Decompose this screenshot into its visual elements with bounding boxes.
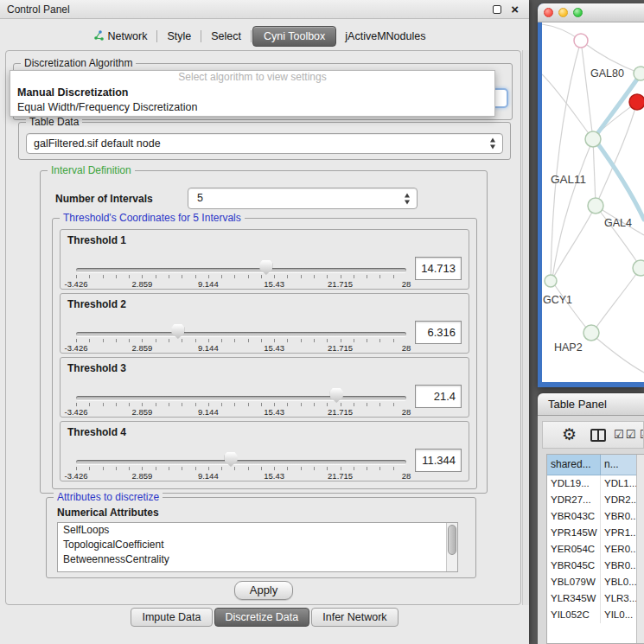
algorithm-group-label: Discretization Algorithm bbox=[21, 57, 136, 69]
control-panel: Control Panel × Network Style Select Cyn… bbox=[0, 0, 529, 644]
table-row[interactable]: YDR27...YDR2... bbox=[547, 492, 644, 508]
algorithm-hint: Select algorithm to view settings bbox=[10, 71, 494, 85]
algorithm-option-equal-width[interactable]: Equal Width/Frequency Discretization bbox=[10, 99, 494, 114]
threshold-3-value-field[interactable]: 21.4 bbox=[415, 385, 462, 408]
network-tab-icon bbox=[93, 30, 104, 43]
slider-track[interactable] bbox=[76, 460, 406, 464]
list-item[interactable]: BetweennessCentrality bbox=[58, 552, 457, 567]
slider-thumb[interactable] bbox=[259, 260, 272, 275]
node-label: GAL4 bbox=[604, 217, 632, 229]
table-row[interactable]: YPR145WYPR1... bbox=[547, 525, 644, 541]
select-columns-checkbox-icons[interactable]: ☑☑ bbox=[614, 428, 637, 441]
show-columns-icon[interactable] bbox=[590, 429, 606, 442]
threshold-2-value-field[interactable]: 6.316 bbox=[415, 321, 462, 344]
minimize-traffic-light-icon[interactable] bbox=[558, 8, 568, 17]
table-row[interactable]: YDL19...YDL1... bbox=[547, 475, 644, 492]
apply-button[interactable]: Apply bbox=[234, 581, 293, 600]
stepper-icon bbox=[489, 138, 497, 150]
table-row[interactable]: YBL079WYBL0... bbox=[547, 574, 644, 590]
threshold-3-slider: -3.426 2.859 9.144 15.43 21.715 28 bbox=[76, 358, 406, 418]
threshold-4-panel: Threshold 4 -3.426 2.859 9.144 15.43 21.… bbox=[60, 421, 469, 481]
network-window-titlebar bbox=[538, 3, 644, 22]
thresholds-group: Threshold's Coordinates for 5 Intervals … bbox=[52, 218, 477, 489]
tab-separator bbox=[156, 30, 157, 42]
node-gcy1[interactable] bbox=[545, 275, 557, 287]
node-hap2[interactable] bbox=[583, 325, 599, 341]
node-gal80[interactable] bbox=[634, 67, 644, 80]
bottom-tabbar: Impute Data Discretize Data Infer Networ… bbox=[0, 608, 529, 630]
slider-tick-labels: -3.426 2.859 9.144 15.43 21.715 28 bbox=[76, 343, 406, 353]
tab-network[interactable]: Network bbox=[85, 27, 156, 47]
interval-definition-group: Interval Definition Number of Intervals … bbox=[40, 170, 488, 494]
checkbox-icon[interactable]: ☑ bbox=[640, 428, 644, 441]
numerical-attributes-label: Numerical Attributes bbox=[57, 507, 159, 519]
node-label: GCY1 bbox=[543, 294, 572, 306]
gear-icon[interactable]: ⚙ bbox=[562, 424, 577, 444]
slider-ticks bbox=[76, 467, 406, 470]
list-item[interactable]: TopologicalCoefficient bbox=[58, 538, 457, 552]
tab-jactivemodules[interactable]: jActiveMNodules bbox=[336, 27, 434, 46]
slider-tick-labels: -3.426 2.859 9.144 15.43 21.715 28 bbox=[76, 407, 406, 417]
table-row[interactable]: YIL052CYIL0... bbox=[547, 607, 644, 623]
slider-track[interactable] bbox=[76, 396, 406, 400]
tab-infer-network[interactable]: Infer Network bbox=[311, 608, 398, 627]
network-view-window: GAL80 GAL11 GAL4 GCY1 HAP2 bbox=[538, 3, 644, 387]
close-traffic-light-icon[interactable] bbox=[544, 8, 553, 17]
slider-tick-labels: -3.426 2.859 9.144 15.43 21.715 28 bbox=[76, 471, 406, 481]
tab-discretize-data[interactable]: Discretize Data bbox=[214, 608, 310, 627]
threshold-2-panel: Threshold 2 -3.426 2.859 9.144 15.43 21.… bbox=[60, 293, 469, 354]
scrollbar-thumb[interactable] bbox=[448, 525, 456, 555]
stepper-icon bbox=[404, 193, 411, 204]
tab-separator bbox=[201, 30, 201, 42]
list-item[interactable]: SelfLoops bbox=[58, 523, 457, 538]
table-header-row: shared... n... bbox=[547, 455, 644, 475]
node-pink[interactable] bbox=[574, 34, 588, 48]
slider-thumb[interactable] bbox=[225, 452, 238, 467]
tab-impute-data[interactable]: Impute Data bbox=[131, 608, 212, 627]
table-data-select[interactable]: galFiltered.sif default node bbox=[26, 133, 503, 154]
threshold-1-slider: -3.426 2.859 9.144 15.43 21.715 28 bbox=[76, 230, 406, 290]
float-window-icon[interactable] bbox=[493, 5, 501, 14]
table-row[interactable]: YBR043CYBR0... bbox=[547, 508, 644, 525]
threshold-2-slider: -3.426 2.859 9.144 15.43 21.715 28 bbox=[76, 294, 406, 354]
node-gal4[interactable] bbox=[588, 198, 603, 214]
table-row[interactable]: YER054CYER0... bbox=[547, 541, 644, 558]
list-scrollbar[interactable] bbox=[446, 523, 457, 571]
threshold-4-slider: -3.426 2.859 9.144 15.43 21.715 28 bbox=[76, 422, 406, 482]
attributes-group-label: Attributes to discretize bbox=[54, 491, 163, 503]
node-selected-red[interactable] bbox=[629, 94, 644, 110]
table-toolbar: ⚙ ☑☑ ☑ bbox=[542, 421, 644, 449]
slider-thumb[interactable] bbox=[330, 388, 343, 403]
close-icon[interactable]: × bbox=[511, 2, 519, 16]
slider-track[interactable] bbox=[76, 268, 406, 272]
tab-select[interactable]: Select bbox=[202, 27, 250, 46]
panel-scrollbar-track[interactable] bbox=[522, 50, 529, 605]
algorithm-dropdown-popup: Select algorithm to view settings Manual… bbox=[10, 70, 495, 117]
threshold-4-value-field[interactable]: 11.344 bbox=[415, 449, 462, 472]
column-header-shared-name[interactable]: shared... bbox=[547, 455, 601, 475]
slider-track[interactable] bbox=[76, 332, 406, 336]
threshold-1-value-field[interactable]: 14.713 bbox=[415, 257, 462, 280]
table-scrollbar[interactable] bbox=[636, 455, 644, 643]
table-row[interactable]: YBR045CYBR0... bbox=[547, 558, 644, 574]
node-label: GAL80 bbox=[590, 67, 624, 80]
zoom-traffic-light-icon[interactable] bbox=[573, 8, 583, 17]
table-data-group: Table Data galFiltered.sif default node bbox=[18, 122, 511, 160]
table-data-value: galFiltered.sif default node bbox=[34, 137, 161, 150]
node-right[interactable] bbox=[633, 260, 644, 276]
node-table: shared... n... YDL19...YDL1... YDR27...Y… bbox=[546, 454, 644, 644]
tab-cyni-toolbox[interactable]: Cyni Toolbox bbox=[252, 26, 336, 47]
control-panel-titlebar: Control Panel × bbox=[0, 0, 529, 19]
tab-separator bbox=[251, 30, 252, 42]
slider-ticks bbox=[76, 403, 406, 406]
slider-thumb[interactable] bbox=[171, 324, 184, 339]
tab-network-label: Network bbox=[108, 30, 148, 42]
slider-ticks bbox=[76, 339, 406, 342]
network-canvas[interactable]: GAL80 GAL11 GAL4 GCY1 HAP2 bbox=[542, 22, 644, 382]
node-gal11[interactable] bbox=[585, 131, 601, 147]
number-of-intervals-select[interactable]: 5 bbox=[188, 188, 418, 209]
number-of-intervals-label: Number of Intervals bbox=[55, 193, 153, 205]
tab-style[interactable]: Style bbox=[158, 27, 200, 46]
table-row[interactable]: YLR345WYLR3... bbox=[547, 590, 644, 607]
algorithm-option-manual[interactable]: Manual Discretization bbox=[10, 85, 494, 99]
